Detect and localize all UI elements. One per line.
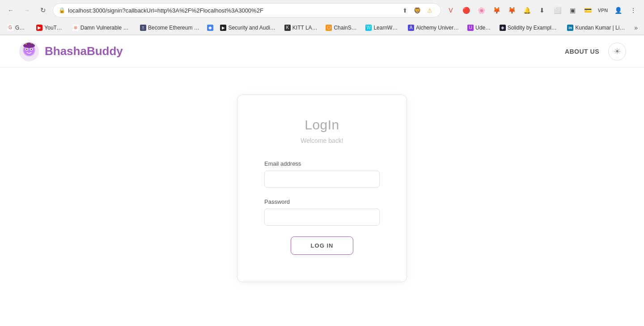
back-button[interactable]: ← [4,4,17,17]
bookmark-alchemy[interactable]: A Alchemy University [404,23,463,32]
app-logo[interactable]: ★ ★ BhashaBuddy [18,40,123,63]
secure-icon: 🔒 [59,7,65,13]
vivaldi-button[interactable]: V [445,4,457,17]
vpn-button[interactable]: VPN [597,4,609,17]
bookmark-label-eth: Become Ethereum Bl... [148,25,200,31]
share-button[interactable]: ⬆ [399,5,410,16]
address-bar-actions: ⬆ 🦁 ⚠ [399,5,435,16]
email-form-group: Email address [264,160,380,188]
bookmark-udemy[interactable]: U Udemy [464,23,495,32]
bookmark-dvd[interactable]: ⊗ Damn Vulnerable DeFi [69,23,136,32]
bookmark-favicon-solidity: ◈ [500,25,506,31]
address-bar: 🔒 ⬆ 🦁 ⚠ [53,3,441,17]
menu-button[interactable]: ⋮ [627,4,640,17]
bookmark-favicon-youtube: ▶ [36,25,42,31]
svg-point-5 [26,48,28,50]
extension-4-button[interactable]: 🦊 [505,4,518,17]
login-button[interactable]: LOG IN [291,236,353,255]
sidebar-toggle-button[interactable]: ⬜ [551,4,564,17]
bookmark-label-solidity: Solidity by Example |... [508,25,559,31]
email-input[interactable] [264,171,380,188]
app-header: ★ ★ BhashaBuddy ABOUT US ☀ [0,35,644,68]
bookmark-label-youtube: YouTube [44,25,64,31]
bookmark-favicon-eth: Ξ [140,25,146,31]
url-input[interactable] [68,7,397,14]
bookmark-favicon-security: ▶ [220,25,226,31]
logo-text: BhashaBuddy [45,44,123,58]
bookmark-label-gmail: Gmail [15,25,28,31]
bookmark-youtube[interactable]: ▶ YouTube [33,23,68,32]
wallet-button[interactable]: 💳 [581,4,594,17]
bookmark-label-alchemy: Alchemy University [416,25,459,31]
extension-2-button[interactable]: 🌸 [475,4,487,17]
bookmark-eth[interactable]: Ξ Become Ethereum Bl... [136,23,203,32]
app-nav: ABOUT US ☀ [565,43,626,60]
browser-controls-bar: ← → ↻ 🔒 ⬆ 🦁 ⚠ V 🔴 🌸 🦊 🦊 🔔 ⬇ ⬜ ▣ 💳 VPN 👤 [0,0,644,21]
password-label: Password [264,198,380,205]
login-title: LogIn [264,117,380,133]
email-label: Email address [264,160,380,167]
bookmark-label-kitt: KITT LABS [292,25,318,31]
bookmark-linkedin[interactable]: in Kundan Kumar | Linke... [564,23,631,32]
brave-shield-button[interactable]: 🦁 [412,5,423,16]
browser-chrome: ← → ↻ 🔒 ⬆ 🦁 ⚠ V 🔴 🌸 🦊 🦊 🔔 ⬇ ⬜ ▣ 💳 VPN 👤 [0,0,644,35]
bookmark-label-security: Security and Auditing [228,25,276,31]
warning-button[interactable]: ⚠ [424,5,435,16]
bookmark-label-udemy: Udemy [475,25,491,31]
bookmark-security[interactable]: ▶ Security and Auditing [216,23,280,32]
refresh-button[interactable]: ↻ [37,4,49,17]
bookmark-favicon-gmail: G [7,25,13,31]
bookmark-favicon-kitt: K [284,25,291,31]
bookmark-favicon-udemy: U [467,25,474,31]
password-form-group: Password [264,198,380,226]
svg-text:★: ★ [30,42,32,44]
bookmark-favicon-chainshot: ⬡ [326,25,332,31]
bookmark-label-learnweb3: LearnWeb3 [373,25,400,31]
bookmark-favicon-linkedin: in [567,25,573,31]
bookmark-favicon-learnweb3: W [365,25,372,31]
notifications-button[interactable]: 🔔 [521,4,533,17]
logo-icon: ★ ★ [18,40,40,63]
bookmark-label-linkedin: Kundan Kumar | Linke... [575,25,627,31]
login-subtitle: Welcome back! [264,137,380,144]
bookmarks-more-button[interactable]: » [631,23,640,33]
login-card: LogIn Welcome back! Email address Passwo… [237,94,407,282]
nav-about-link[interactable]: ABOUT US [565,48,599,55]
forward-button[interactable]: → [21,4,33,17]
bookmark-kitt[interactable]: K KITT LABS [281,23,322,32]
browser-toolbar-actions: V 🔴 🌸 🦊 🦊 🔔 ⬇ ⬜ ▣ 💳 VPN 👤 ⋮ [445,4,640,17]
password-input[interactable] [264,209,380,226]
bookmark-label-chainshot: ChainShot [334,25,357,31]
download-button[interactable]: ⬇ [536,4,548,17]
theme-toggle-button[interactable]: ☀ [608,43,626,60]
login-area: LogIn Welcome back! Email address Passwo… [0,68,644,309]
extension-1-button[interactable]: 🔴 [460,4,472,17]
bookmark-learnweb3[interactable]: W LearnWeb3 [362,23,403,32]
extension-3-button[interactable]: 🦊 [490,4,503,17]
bookmark-favicon-alchemy: A [408,25,414,31]
bookmark-gmail[interactable]: G Gmail [4,23,32,32]
bookmark-favicon-blue: ◆ [207,25,213,31]
bookmark-solidity[interactable]: ◈ Solidity by Example |... [496,23,563,32]
bookmark-blue[interactable]: ◆ [204,23,216,32]
page-content: ★ ★ BhashaBuddy ABOUT US ☀ LogIn Welcome… [0,35,644,326]
bookmark-label-dvd: Damn Vulnerable DeFi [80,25,132,31]
bookmarks-bar: G Gmail ▶ YouTube ⊗ Damn Vulnerable DeFi… [0,21,644,35]
tab-search-button[interactable]: ▣ [566,4,579,17]
bookmark-chainshot[interactable]: ⬡ ChainShot [322,23,361,32]
profile-button[interactable]: 👤 [612,4,624,17]
bookmark-favicon-dvd: ⊗ [72,25,79,31]
svg-point-6 [31,48,32,50]
